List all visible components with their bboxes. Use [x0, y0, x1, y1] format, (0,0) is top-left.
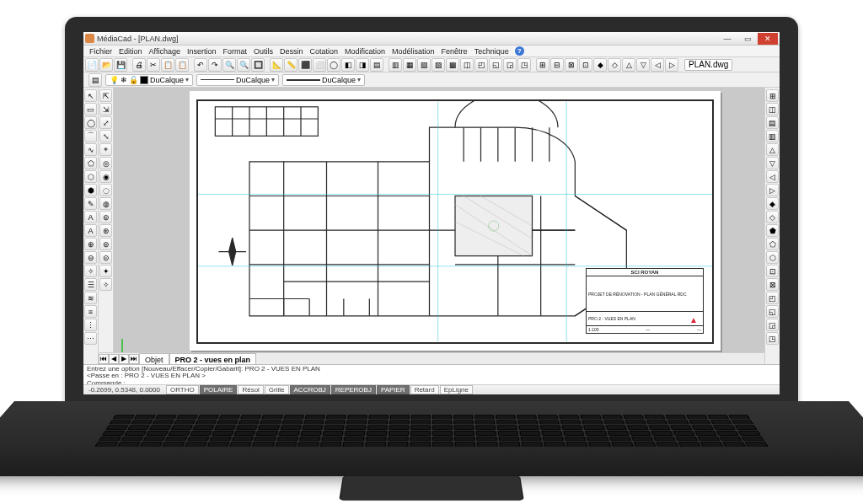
tool-button[interactable]: ◌ [99, 184, 112, 196]
tool-button[interactable]: ⬡ [84, 170, 97, 183]
menu-help[interactable]: ? [515, 46, 524, 56]
tool-button[interactable]: ◁ [766, 170, 779, 183]
tool-button[interactable]: ✦ [99, 265, 112, 277]
status-toggle-accrobj[interactable]: ACCROBJ [290, 385, 330, 394]
tab-layout-active[interactable]: PRO 2 - vues en plan [169, 353, 257, 365]
tool-button[interactable]: ◍ [99, 197, 112, 210]
tool-button[interactable]: ⊜ [99, 238, 112, 250]
tool-button[interactable]: ▽ [766, 157, 779, 169]
tool-button[interactable]: ⋯ [84, 332, 97, 345]
toolbar-button[interactable]: ▥ [389, 58, 402, 72]
tool-button[interactable]: ◯ [84, 116, 97, 129]
drawing-canvas[interactable]: SCI ROYAN PROJET DE RÉNOVATION - PLAN GÉ… [114, 88, 764, 364]
menu-format[interactable]: Format [220, 47, 249, 56]
tool-button[interactable]: ⬠ [84, 157, 97, 169]
tab-nav-first[interactable]: ⏮ [99, 354, 109, 364]
tool-button[interactable]: ⋮ [84, 319, 97, 331]
tool-button[interactable]: ⊠ [766, 278, 779, 291]
tool-button[interactable]: ✧ [84, 265, 97, 277]
tab-nav-prev[interactable]: ◀ [109, 354, 119, 364]
tool-button[interactable]: ◆ [766, 197, 779, 210]
tool-button[interactable]: ⬟ [766, 224, 779, 237]
tool-button[interactable]: ▭ [84, 103, 97, 115]
tool-button[interactable]: ◫ [766, 103, 779, 115]
menu-fichier[interactable]: Fichier [87, 47, 115, 56]
menu-dessin[interactable]: Dessin [277, 47, 306, 56]
status-toggle-grille[interactable]: Grille [265, 385, 289, 394]
tool-button[interactable]: ⊝ [99, 251, 112, 264]
tool-button[interactable]: ⤡ [99, 130, 112, 142]
toolbar-button[interactable]: 📋 [175, 58, 189, 72]
tool-button[interactable]: ⊕ [84, 238, 97, 250]
toolbar-button[interactable]: 📋 [161, 58, 174, 72]
tool-button[interactable]: ⊞ [766, 89, 779, 102]
toolbar-button[interactable]: ✂ [147, 58, 160, 72]
toolbar-button[interactable]: ◳ [517, 58, 531, 72]
tab-nav-last[interactable]: ⏭ [129, 354, 139, 364]
menu-cotation[interactable]: Cotation [308, 47, 341, 56]
status-toggle-reperobj[interactable]: REPEROBJ [331, 385, 376, 394]
status-toggle-retard[interactable]: Retard [410, 385, 439, 394]
toolbar-button[interactable]: 📏 [284, 58, 297, 72]
status-toggle-ortho[interactable]: ORTHO [166, 385, 199, 394]
tool-button[interactable]: ◱ [766, 305, 779, 318]
tool-button[interactable]: ⊡ [766, 265, 779, 277]
toolbar-button[interactable]: 📄 [85, 58, 99, 72]
toolbar-button[interactable]: 🔍 [222, 58, 236, 72]
toolbar-button[interactable]: 📂 [99, 58, 113, 72]
tool-button[interactable]: ⬢ [84, 184, 97, 196]
tool-button[interactable]: ⬡ [766, 251, 779, 264]
toolbar-button[interactable]: △ [622, 58, 635, 72]
tool-button[interactable]: ≡ [84, 305, 97, 318]
status-toggle-résol[interactable]: Résol [238, 385, 263, 394]
toolbar-button[interactable]: ⊡ [579, 58, 592, 72]
menu-fenetre[interactable]: Fenêtre [439, 47, 470, 56]
tool-button[interactable]: A [84, 224, 97, 237]
tool-button[interactable]: ◎ [99, 157, 112, 169]
toolbar-button[interactable]: ▩ [446, 58, 459, 72]
tool-button[interactable]: ⬠ [766, 238, 779, 250]
tool-button[interactable]: ≋ [84, 292, 97, 304]
toolbar-button[interactable]: 🔲 [251, 58, 265, 72]
toolbar-button[interactable]: ⬜ [313, 58, 326, 72]
toolbar-button[interactable]: 📐 [270, 58, 283, 72]
tool-button[interactable]: A [84, 211, 97, 223]
tab-model[interactable]: Objet [139, 353, 169, 365]
tool-button[interactable]: ▥ [766, 130, 779, 142]
toolbar-button[interactable]: ◧ [341, 58, 355, 72]
tool-button[interactable]: ⊚ [99, 211, 112, 223]
lineweight-dropdown[interactable]: DuCalque ▾ [282, 74, 365, 86]
tool-button[interactable]: ▤ [766, 116, 779, 129]
tool-button[interactable]: ☰ [84, 278, 97, 291]
tool-button[interactable]: ◰ [766, 292, 779, 304]
tab-nav-next[interactable]: ▶ [119, 354, 129, 364]
menu-insertion[interactable]: Insertion [185, 47, 219, 56]
tool-button[interactable]: ⇱ [99, 89, 112, 102]
toolbar-button[interactable]: ◇ [608, 58, 621, 72]
minimize-button[interactable]: — [717, 33, 737, 45]
linetype-dropdown[interactable]: DuCalque ▾ [196, 74, 279, 86]
toolbar-button[interactable]: ◆ [593, 58, 607, 72]
tool-button[interactable]: ⤢ [99, 116, 112, 129]
tool-button[interactable]: ⌖ [99, 143, 112, 156]
toolbar-button[interactable]: ◁ [651, 58, 664, 72]
status-toggle-papier[interactable]: PAPIER [377, 385, 410, 394]
tool-button[interactable]: ◳ [766, 332, 779, 345]
toolbar-button[interactable]: ▨ [432, 58, 445, 72]
tool-button[interactable]: ⊖ [84, 251, 97, 264]
maximize-button[interactable]: ▭ [737, 33, 758, 45]
menu-modelisation[interactable]: Modélisation [389, 47, 437, 56]
tool-button[interactable]: ∿ [84, 143, 97, 156]
menu-edition[interactable]: Edition [116, 47, 145, 56]
toolbar-button[interactable]: ⬛ [298, 58, 312, 72]
current-layer-dropdown[interactable]: 💡❄🔓 DuCalque ▾ [105, 74, 193, 86]
menu-technique[interactable]: Technique [472, 47, 512, 56]
tool-button[interactable]: ✎ [84, 197, 97, 210]
tool-button[interactable]: ◇ [766, 211, 779, 223]
tool-button[interactable]: ↖ [84, 89, 97, 102]
toolbar-button[interactable]: ◰ [474, 58, 488, 72]
status-toggle-polaire[interactable]: POLAIRE [200, 385, 238, 394]
toolbar-button[interactable]: ◱ [489, 58, 502, 72]
tool-button[interactable]: ⊛ [99, 224, 112, 237]
toolbar-button[interactable]: 💾 [114, 58, 127, 72]
